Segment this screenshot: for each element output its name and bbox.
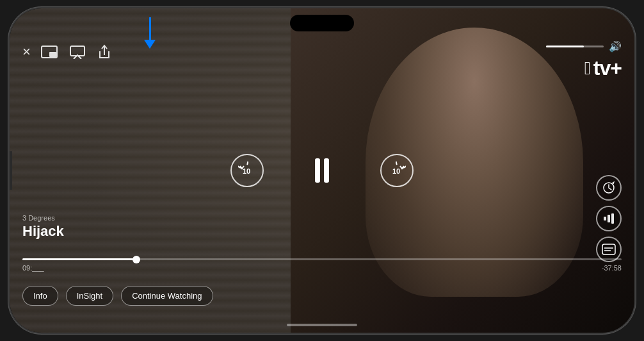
show-title: Hijack <box>22 223 64 240</box>
info-button[interactable]: Info <box>22 286 58 306</box>
pause-button[interactable] <box>315 158 329 183</box>
svg-text:10: 10 <box>243 167 250 175</box>
progress-fill <box>22 258 136 260</box>
audio-button[interactable] <box>596 206 622 231</box>
volume-bar <box>546 46 604 47</box>
appletv-logo:  tv+ <box>584 56 622 80</box>
blue-arrow-indicator <box>144 17 156 49</box>
rewind-button[interactable]: 10 <box>230 154 264 187</box>
progress-area: 09:___ -37:58 <box>22 258 622 272</box>
home-indicator <box>287 324 357 326</box>
top-icon-group <box>41 44 111 60</box>
continue-watching-button[interactable]: Continue Watching <box>121 286 213 306</box>
playback-controls: 10 10 <box>230 154 414 187</box>
arrow-line <box>149 17 151 40</box>
svg-rect-7 <box>611 213 614 224</box>
top-controls: × <box>10 44 634 60</box>
phone-frame: × <box>8 7 636 334</box>
airplay-button[interactable] <box>69 45 86 59</box>
bottom-actions: Info InSight Continue Watching <box>22 286 213 306</box>
close-button[interactable]: × <box>22 44 31 60</box>
show-subtitle: 3 Degrees <box>22 214 64 222</box>
pip-button[interactable] <box>41 46 58 58</box>
time-remaining: -37:58 <box>602 264 622 272</box>
svg-text:10: 10 <box>392 167 400 175</box>
time-current: 09:___ <box>22 264 44 272</box>
apple-icon:  <box>584 60 591 78</box>
svg-rect-6 <box>608 215 610 222</box>
pip-icon <box>41 46 58 58</box>
right-actions <box>596 175 622 262</box>
show-info: 3 Degrees Hijack <box>22 214 64 240</box>
share-button[interactable] <box>97 44 111 60</box>
appletv-text: tv+ <box>593 56 622 80</box>
insight-button[interactable]: InSight <box>66 286 113 306</box>
svg-rect-5 <box>604 217 606 220</box>
progress-dot <box>133 256 140 263</box>
pause-bar-right <box>324 158 329 183</box>
pause-bar-left <box>315 158 320 183</box>
playback-speed-button[interactable] <box>596 175 622 201</box>
volume-row: 🔊 <box>546 40 622 53</box>
appletv-branding: 🔊  tv+ <box>546 40 622 80</box>
time-row: 09:___ -37:58 <box>22 264 622 272</box>
dynamic-island <box>290 15 354 31</box>
volume-icon: 🔊 <box>609 40 622 53</box>
arrow-head <box>144 40 156 49</box>
camera-bump <box>8 151 12 190</box>
progress-bar[interactable] <box>22 258 622 260</box>
fast-forward-button[interactable]: 10 <box>380 154 414 187</box>
svg-rect-8 <box>602 244 615 254</box>
